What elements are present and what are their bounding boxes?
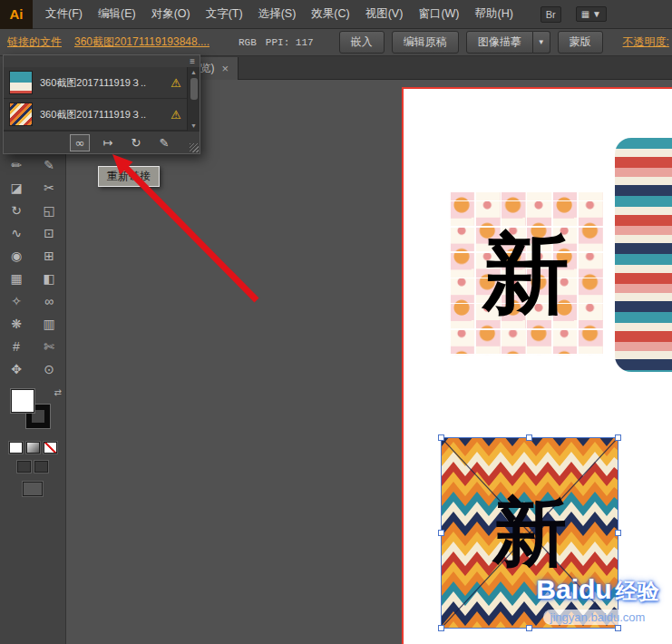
selection-handle-e[interactable] — [615, 530, 621, 536]
slice-tool[interactable]: ✄ — [36, 336, 62, 357]
link-item-row[interactable]: 360截图2017111919３..⚠ — [4, 67, 187, 99]
artboard-tool[interactable]: # — [4, 336, 29, 357]
menu-item-0[interactable]: 文件(F) — [44, 5, 84, 24]
scrollbar-thumb[interactable] — [190, 78, 198, 100]
draw-behind-button[interactable] — [34, 461, 48, 473]
draw-normal-button[interactable] — [17, 461, 31, 473]
scissors-tool[interactable]: ✂ — [36, 177, 62, 199]
panel-resize-grip[interactable] — [190, 143, 199, 152]
placed-image-cat-pattern[interactable]: 新 — [449, 192, 603, 356]
rotate-tool[interactable]: ↻ — [4, 200, 29, 221]
bridge-icon[interactable]: Br — [541, 6, 561, 23]
screen-mode-button[interactable] — [23, 482, 43, 496]
color-type-row — [0, 442, 65, 454]
go-to-link-button[interactable]: ↦ — [98, 134, 118, 151]
image-trace-group: 图像描摹 ▼ — [466, 31, 550, 54]
menu-item-5[interactable]: 效果(C) — [309, 5, 351, 24]
swap-fill-stroke-icon[interactable]: ⇄ — [54, 387, 62, 397]
menubar-right: Br ▦▼ — [541, 6, 607, 23]
link-item-row[interactable]: 360截图2017111919３..⚠ — [4, 99, 187, 131]
fill-color-swatch[interactable] — [11, 389, 34, 413]
relink-button[interactable]: ∞ — [70, 134, 90, 151]
mask-button[interactable]: 蒙版 — [558, 31, 603, 54]
links-panel-footer: ∞↦↻✎ — [4, 131, 200, 153]
menu-item-1[interactable]: 编辑(E) — [96, 5, 138, 24]
width-tool[interactable]: ∿ — [4, 222, 29, 244]
links-list: 360截图2017111919３..⚠360截图2017111919３..⚠ — [4, 67, 187, 131]
symbol-sprayer-tool[interactable]: ❋ — [4, 313, 29, 335]
menu-item-2[interactable]: 对象(O) — [150, 5, 192, 24]
mesh-tool[interactable]: ▦ — [4, 268, 29, 289]
illustrator-window: Ai 文件(F)编辑(E)对象(O)文字(T)选择(S)效果(C)视图(V)窗口… — [0, 0, 672, 644]
scale-tool[interactable]: ◱ — [36, 200, 62, 221]
pencil-tool[interactable]: ✎ — [36, 154, 62, 176]
selection-handle-sw[interactable] — [438, 625, 444, 631]
scroll-down-icon[interactable]: ▼ — [190, 122, 197, 130]
gradient-tool[interactable]: ◧ — [36, 268, 62, 289]
selection-handle-w[interactable] — [438, 530, 444, 536]
links-scrollbar[interactable]: ▲ ▼ — [187, 67, 200, 131]
eraser-tool[interactable]: ◪ — [4, 177, 29, 199]
app-logo: Ai — [0, 0, 33, 29]
workspace-grid-icon: ▦ — [581, 9, 589, 19]
watermark-url: jingyan.baidu.com — [543, 610, 653, 625]
menubar: Ai 文件(F)编辑(E)对象(O)文字(T)选择(S)效果(C)视图(V)窗口… — [0, 0, 672, 29]
workspace-switcher[interactable]: ▦▼ — [576, 6, 607, 22]
menubar-items: 文件(F)编辑(E)对象(O)文字(T)选择(S)效果(C)视图(V)窗口(W)… — [44, 5, 515, 24]
baidu-watermark: Baidu经验 jingyan.baidu.com — [520, 574, 672, 625]
link-thumbnail — [9, 71, 33, 94]
link-filename: 360截图2017111919３.. — [40, 76, 163, 90]
watermark-brand: Baidu — [536, 574, 611, 604]
image-trace-dropdown[interactable]: ▼ — [533, 31, 550, 54]
color-mode-value: RGB — [239, 37, 257, 48]
link-filename: 360截图2017111919３.. — [40, 108, 163, 122]
shape-builder-tool[interactable]: ◉ — [4, 245, 29, 267]
menu-item-8[interactable]: 帮助(H) — [473, 5, 515, 24]
menu-item-4[interactable]: 选择(S) — [257, 5, 298, 24]
paintbrush-tool[interactable]: ✏ — [4, 154, 29, 176]
zoom-tool[interactable]: ⊙ — [36, 358, 62, 380]
none-button[interactable] — [44, 442, 57, 454]
selection-handle-s[interactable] — [526, 625, 532, 631]
eyedropper-tool[interactable]: ✧ — [4, 290, 29, 312]
scroll-up-icon[interactable]: ▲ — [190, 68, 197, 76]
selection-handle-ne[interactable] — [615, 434, 621, 441]
missing-link-warning-icon: ⚠ — [170, 108, 181, 122]
update-link-button[interactable]: ↻ — [126, 134, 146, 151]
watermark-suffix: 经验 — [616, 579, 659, 603]
embed-button[interactable]: 嵌入 — [339, 31, 385, 54]
menu-item-6[interactable]: 视图(V) — [364, 5, 405, 24]
selection-handle-n[interactable] — [526, 434, 532, 441]
selection-handle-se[interactable] — [615, 625, 621, 631]
draw-mode-row — [0, 461, 65, 473]
link-thumbnail — [9, 102, 33, 126]
menu-item-3[interactable]: 文字(T) — [204, 5, 245, 24]
missing-link-warning-icon: ⚠ — [170, 76, 181, 90]
blend-tool[interactable]: ∞ — [36, 290, 62, 312]
edit-original-button[interactable]: ✎ — [154, 134, 174, 151]
links-panel-body: 360截图2017111919３..⚠360截图2017111919３..⚠ ▲… — [4, 67, 200, 131]
cat-image-character: 新 — [482, 230, 570, 317]
edit-original-button[interactable]: 编辑原稿 — [392, 31, 459, 54]
tab-close-icon[interactable]: × — [221, 62, 229, 75]
chevron-down-icon: ▼ — [592, 9, 601, 19]
selection-handle-nw[interactable] — [438, 434, 444, 441]
canvas: 新 新 Baidu经验 jingyan.baidu.com — [66, 80, 672, 644]
links-panel: ≡ 360截图2017111919３..⚠360截图2017111919３..⚠… — [3, 54, 200, 154]
menu-item-7[interactable]: 窗口(W) — [416, 5, 461, 24]
gradient-button[interactable] — [26, 442, 40, 454]
fill-stroke-controls: ⇄ — [11, 389, 54, 434]
placed-image-stripes[interactable] — [615, 138, 672, 372]
color-button[interactable] — [9, 442, 23, 454]
opacity-label[interactable]: 不透明度: — [623, 34, 669, 50]
image-trace-button[interactable]: 图像描摹 — [466, 31, 533, 54]
panel-menu-icon[interactable]: ≡ — [190, 57, 195, 66]
control-bar: 链接的文件 360截图20171119193848.... RGB PPI: 1… — [0, 29, 672, 56]
column-graph-tool[interactable]: ▥ — [36, 313, 62, 335]
watermark-line1: Baidu经验 — [520, 574, 672, 606]
free-transform-tool[interactable]: ⊡ — [36, 222, 62, 244]
linked-file-label[interactable]: 链接的文件 — [7, 34, 62, 50]
hand-tool[interactable]: ✥ — [4, 358, 29, 380]
linked-file-name[interactable]: 360截图20171119193848.... — [74, 34, 209, 50]
perspective-grid-tool[interactable]: ⊞ — [36, 245, 62, 267]
